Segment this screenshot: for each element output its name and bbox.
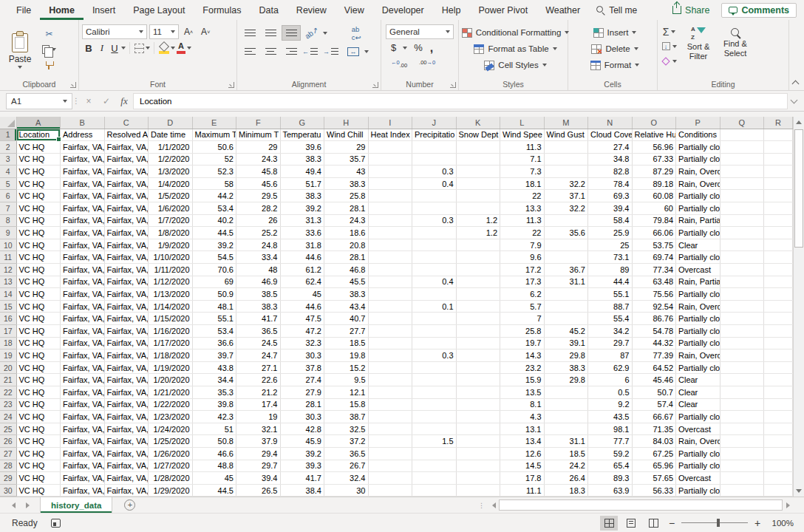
cell-B10[interactable]: Fairfax, VA, [61, 239, 105, 251]
format-as-table-button[interactable]: Format as Table [462, 42, 565, 55]
formula-input[interactable]: Location [133, 93, 788, 109]
cell-M20[interactable]: 38.3 [544, 361, 588, 374]
cell-P5[interactable]: Rain, Overcast [676, 177, 720, 190]
cell-O5[interactable]: 89.18 [632, 177, 676, 190]
cell-K18[interactable] [456, 337, 500, 349]
cell-M25[interactable] [544, 423, 588, 435]
cell-M10[interactable] [544, 239, 588, 251]
row-header-12[interactable]: 12 [0, 264, 16, 276]
cell-R30[interactable] [764, 484, 793, 497]
decrease-indent-button[interactable]: ← [302, 44, 321, 59]
cell-H10[interactable]: 20.8 [324, 239, 369, 251]
cell-C2[interactable]: Fairfax, VA, [104, 141, 149, 154]
merge-dropdown-icon[interactable] [364, 50, 369, 53]
cell-N13[interactable]: 44.4 [588, 276, 633, 288]
cell-D5[interactable]: 1/4/2020 [149, 177, 193, 190]
cell-G8[interactable]: 31.3 [280, 214, 324, 227]
borders-button[interactable] [134, 43, 145, 54]
cell-B20[interactable]: Fairfax, VA, [61, 361, 105, 374]
cell-A13[interactable]: VC HQ [16, 276, 61, 288]
name-box[interactable]: A1 [6, 93, 72, 109]
scroll-up-button[interactable] [794, 117, 804, 128]
cell-K12[interactable] [456, 264, 500, 276]
cell-I29[interactable] [368, 472, 412, 485]
orientation-button[interactable]: ab↗ [302, 25, 321, 41]
cell-E24[interactable]: 42.3 [192, 411, 236, 423]
cell-Q29[interactable] [720, 472, 764, 485]
cell-O2[interactable]: 56.96 [632, 141, 676, 154]
cell-P25[interactable]: Overcast [676, 423, 720, 435]
autosum-button[interactable]: Σ [661, 25, 678, 38]
cell-R17[interactable] [764, 325, 793, 338]
cell-K8[interactable]: 1.2 [456, 214, 500, 227]
horizontal-scrollbar-track[interactable] [499, 499, 783, 511]
cell-P12[interactable]: Overcast [676, 264, 720, 276]
cell-F20[interactable]: 27.1 [236, 361, 281, 374]
cell-I20[interactable] [368, 361, 412, 374]
cell-F1[interactable]: Minimum T [236, 129, 281, 141]
cell-D28[interactable]: 1/27/2020 [149, 460, 193, 472]
align-center-button[interactable] [261, 44, 280, 59]
cell-J6[interactable] [412, 190, 457, 202]
cell-M27[interactable]: 18.5 [544, 447, 588, 460]
cell-L26[interactable]: 13.4 [500, 435, 545, 448]
cell-C28[interactable]: Fairfax, VA, [104, 460, 149, 472]
cell-O26[interactable]: 84.03 [632, 435, 676, 448]
row-header-30[interactable]: 30 [0, 484, 16, 497]
cell-L9[interactable]: 22 [500, 227, 545, 239]
cell-Q21[interactable] [720, 374, 764, 386]
cell-I1[interactable]: Heat Index [368, 129, 412, 141]
cell-N10[interactable]: 25 [588, 239, 633, 251]
comma-button[interactable]: , [429, 44, 434, 52]
cell-K19[interactable] [456, 349, 500, 362]
cell-J25[interactable] [412, 423, 457, 435]
cell-P9[interactable]: Partially cloudy [676, 227, 720, 239]
cell-H23[interactable]: 15.8 [324, 398, 369, 411]
cell-E6[interactable]: 44.2 [192, 190, 236, 202]
align-left-button[interactable] [240, 44, 259, 59]
cell-E11[interactable]: 54.5 [192, 251, 236, 264]
cell-L15[interactable]: 5.7 [500, 300, 545, 313]
fill-color-button[interactable] [158, 42, 170, 55]
cell-A18[interactable]: VC HQ [16, 337, 61, 349]
cell-K5[interactable] [456, 177, 500, 190]
cell-D25[interactable]: 1/24/2020 [149, 423, 193, 435]
cell-Q9[interactable] [720, 227, 764, 239]
col-header-P[interactable]: P [676, 117, 720, 129]
cell-A4[interactable]: VC HQ [16, 166, 61, 178]
cell-K17[interactable] [456, 325, 500, 338]
cell-G15[interactable]: 44.6 [280, 300, 324, 313]
cell-O25[interactable]: 71.35 [632, 423, 676, 435]
cell-C22[interactable]: Fairfax, VA, [104, 386, 149, 398]
cell-N26[interactable]: 77.7 [588, 435, 633, 448]
cell-R22[interactable] [764, 386, 793, 398]
cell-C19[interactable]: Fairfax, VA, [104, 349, 149, 362]
align-middle-button[interactable] [261, 25, 280, 41]
cell-R25[interactable] [764, 423, 793, 435]
cell-N22[interactable]: 0.5 [588, 386, 633, 398]
cell-P20[interactable]: Partially cloudy [676, 361, 720, 374]
cell-L21[interactable]: 15.9 [500, 374, 545, 386]
cell-A27[interactable]: VC HQ [16, 447, 61, 460]
cell-F22[interactable]: 21.2 [236, 386, 281, 398]
cell-P7[interactable]: Partially cloudy [676, 202, 720, 215]
cell-J20[interactable] [412, 361, 457, 374]
cell-P22[interactable]: Clear [676, 386, 720, 398]
cell-G17[interactable]: 47.2 [280, 325, 324, 338]
cell-G4[interactable]: 49.4 [280, 166, 324, 178]
row-header-23[interactable]: 23 [0, 398, 16, 411]
cell-K26[interactable] [456, 435, 500, 448]
cell-R26[interactable] [764, 435, 793, 448]
cell-F27[interactable]: 29.4 [236, 447, 281, 460]
cell-B23[interactable]: Fairfax, VA, [61, 398, 105, 411]
increase-font-button[interactable]: A˄ [181, 26, 196, 38]
col-header-F[interactable]: F [236, 117, 281, 129]
cell-B17[interactable]: Fairfax, VA, [61, 325, 105, 338]
cell-M22[interactable] [544, 386, 588, 398]
cell-D9[interactable]: 1/8/2020 [149, 227, 193, 239]
row-header-8[interactable]: 8 [0, 214, 16, 227]
cell-M11[interactable] [544, 251, 588, 264]
cell-I25[interactable] [368, 423, 412, 435]
cell-J5[interactable]: 0.4 [412, 177, 457, 190]
cell-B18[interactable]: Fairfax, VA, [61, 337, 105, 349]
